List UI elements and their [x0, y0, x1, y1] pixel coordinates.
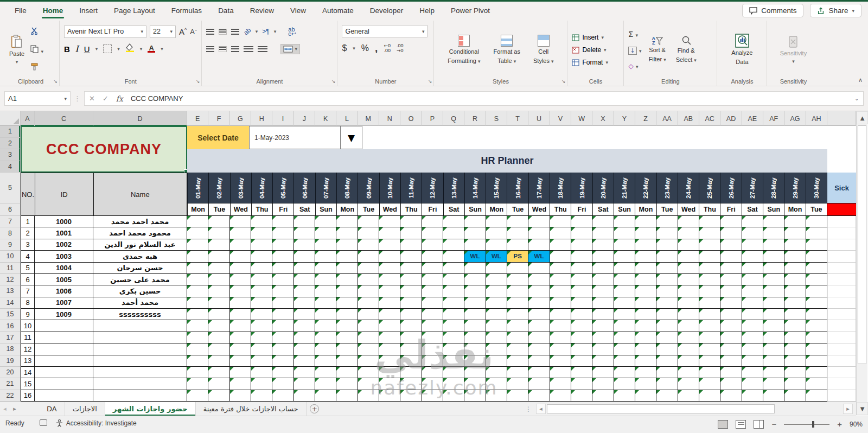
planner-cell[interactable]: [294, 216, 315, 227]
column-header-S[interactable]: S: [486, 111, 507, 126]
planner-cell[interactable]: [806, 251, 827, 262]
planner-cell[interactable]: [656, 263, 678, 274]
weekday-cell[interactable]: Wed: [380, 203, 401, 216]
column-header-Y[interactable]: Y: [614, 111, 635, 126]
planner-cell[interactable]: [635, 390, 656, 402]
id-cell[interactable]: [35, 332, 93, 343]
planner-cell[interactable]: [187, 320, 208, 332]
planner-cell[interactable]: [294, 320, 315, 332]
planner-cell[interactable]: [784, 239, 806, 251]
planner-cell[interactable]: [763, 320, 784, 332]
planner-cell[interactable]: [294, 239, 315, 251]
align-right-button[interactable]: [231, 46, 239, 52]
planner-cell[interactable]: [379, 355, 400, 367]
cut-button[interactable]: [30, 27, 43, 37]
planner-cell[interactable]: [486, 285, 507, 297]
planner-cell[interactable]: [592, 378, 614, 390]
date-header-cell[interactable]: 12-May: [422, 173, 443, 203]
planner-cell[interactable]: [699, 274, 720, 285]
planner-cell[interactable]: [784, 378, 806, 390]
planner-cell[interactable]: [464, 390, 486, 402]
planner-cell[interactable]: [592, 355, 614, 367]
planner-cell[interactable]: [742, 378, 763, 390]
planner-cell[interactable]: [208, 216, 229, 227]
planner-cell[interactable]: [699, 251, 720, 262]
row-header-17[interactable]: 17: [0, 332, 21, 343]
row-header-19[interactable]: 19: [0, 355, 21, 367]
planner-cell[interactable]: [592, 239, 614, 251]
planner-cell[interactable]: [187, 343, 208, 355]
planner-cell[interactable]: [614, 332, 635, 343]
planner-cell[interactable]: [571, 378, 592, 390]
planner-cell[interactable]: [806, 297, 827, 309]
planner-cell[interactable]: [251, 239, 272, 251]
planner-cell[interactable]: [720, 274, 742, 285]
date-header-cell[interactable]: 22-May: [635, 173, 656, 203]
planner-cell[interactable]: [550, 343, 571, 355]
row-header-9[interactable]: 9: [0, 239, 21, 251]
id-cell[interactable]: 1005: [35, 274, 93, 285]
italic-button[interactable]: I: [75, 44, 79, 54]
planner-cell[interactable]: [358, 390, 379, 402]
planner-cell[interactable]: [464, 343, 486, 355]
planner-cell[interactable]: [528, 239, 550, 251]
weekday-cell[interactable]: Sat: [742, 203, 763, 216]
planner-cell[interactable]: [571, 285, 592, 297]
fill-button[interactable]: ↓ ▾: [628, 45, 641, 55]
planner-cell[interactable]: [699, 355, 720, 367]
wrap-text-button[interactable]: abc↩: [288, 27, 296, 36]
planner-cell[interactable]: [720, 367, 742, 378]
planner-cell[interactable]: [550, 227, 571, 239]
planner-cell[interactable]: [336, 297, 358, 309]
planner-cell[interactable]: [358, 367, 379, 378]
zoom-level[interactable]: 90%: [850, 421, 863, 428]
planner-cell[interactable]: [443, 355, 464, 367]
planner-cell[interactable]: [699, 320, 720, 332]
sick-cell[interactable]: [827, 297, 856, 309]
planner-cell[interactable]: [486, 320, 507, 332]
planner-cell[interactable]: [635, 274, 656, 285]
planner-cell[interactable]: [784, 274, 806, 285]
planner-cell[interactable]: [358, 355, 379, 367]
zoom-out-button[interactable]: −: [771, 419, 776, 429]
planner-cell[interactable]: [571, 309, 592, 320]
planner-cell[interactable]: [614, 274, 635, 285]
accounting-format-button[interactable]: $: [342, 43, 347, 53]
date-header-cell[interactable]: 06-May: [294, 173, 315, 203]
planner-cell[interactable]: [400, 390, 422, 402]
column-header-AD[interactable]: AD: [720, 111, 742, 126]
selected-date-field[interactable]: 1-May-2023: [249, 126, 341, 149]
sick-cell[interactable]: [827, 285, 856, 297]
macro-record-icon[interactable]: [40, 419, 47, 426]
planner-cell[interactable]: [315, 227, 336, 239]
planner-cell[interactable]: [763, 355, 784, 367]
planner-cell[interactable]: [763, 239, 784, 251]
planner-cell[interactable]: [742, 239, 763, 251]
sick-cell[interactable]: [827, 227, 856, 239]
planner-cell[interactable]: [742, 274, 763, 285]
comma-style-button[interactable]: ,: [375, 42, 378, 54]
planner-cell[interactable]: [315, 367, 336, 378]
planner-cell[interactable]: [528, 378, 550, 390]
planner-cell[interactable]: [592, 332, 614, 343]
planner-cell[interactable]: [678, 227, 699, 239]
date-header-cell[interactable]: 10-May: [380, 173, 401, 203]
planner-cell[interactable]: [507, 263, 528, 274]
number-format-combo[interactable]: General ▾: [342, 25, 427, 37]
planner-cell[interactable]: [443, 320, 464, 332]
planner-cell[interactable]: [656, 251, 678, 262]
planner-cell[interactable]: [763, 390, 784, 402]
planner-cell[interactable]: [443, 216, 464, 227]
planner-cell[interactable]: [187, 263, 208, 274]
planner-cell[interactable]: [443, 263, 464, 274]
planner-cell[interactable]: [272, 378, 293, 390]
planner-cell[interactable]: [443, 343, 464, 355]
planner-cell[interactable]: [571, 297, 592, 309]
date-header-cell[interactable]: 29-May: [784, 173, 806, 203]
planner-cell[interactable]: [294, 251, 315, 262]
planner-cell[interactable]: [379, 378, 400, 390]
planner-cell[interactable]: [294, 332, 315, 343]
date-header-cell[interactable]: 18-May: [550, 173, 571, 203]
date-header-cell[interactable]: 21-May: [614, 173, 635, 203]
planner-cell[interactable]: [272, 367, 293, 378]
